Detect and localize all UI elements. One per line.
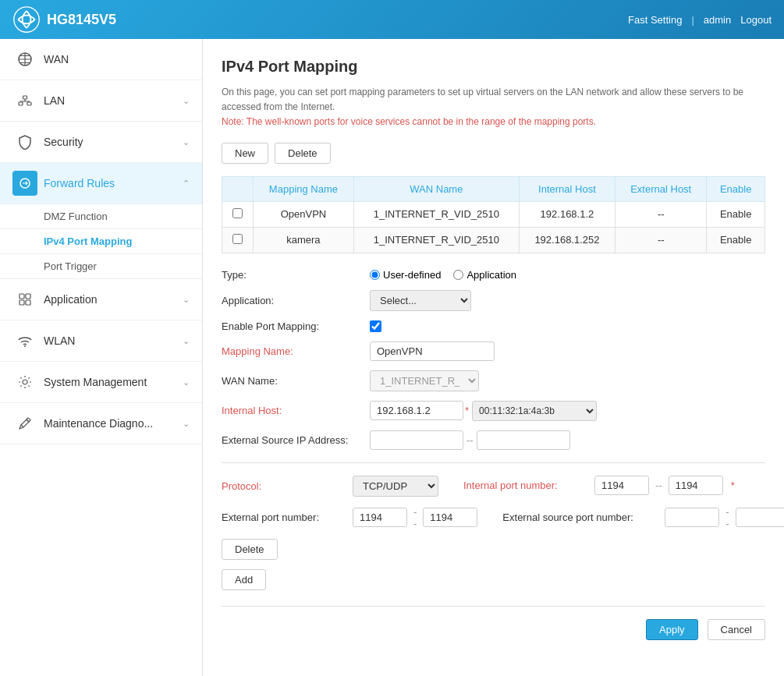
internal-port-col: Internal port number: -- * xyxy=(463,476,735,495)
svg-rect-2 xyxy=(19,102,23,105)
external-source-ip-label: External Source IP Address: xyxy=(222,434,370,446)
external-port-and-source-port-row: External port number: -- External source… xyxy=(222,506,765,529)
enable-port-mapping-checkbox[interactable] xyxy=(370,320,381,332)
external-port-col: External port number: -- xyxy=(222,506,477,529)
sidebar-item-port-trigger[interactable]: Port Trigger xyxy=(0,254,202,279)
external-source-ip-to-input[interactable] xyxy=(477,430,570,450)
svg-rect-6 xyxy=(20,294,24,299)
forward-rules-arrow-icon: ⌃ xyxy=(183,179,190,189)
internal-port-from-input[interactable] xyxy=(594,476,649,495)
cell-wan-name: 1_INTERNET_R_VID_2510 xyxy=(353,227,519,253)
protocol-col: Protocol: TCP/UDP TCP UDP xyxy=(222,476,438,497)
external-port-label: External port number: xyxy=(222,511,346,523)
sidebar: WAN LAN ⌄ Security ⌄ Forward Rules ⌃ xyxy=(0,39,203,676)
sidebar-item-forward-rules[interactable]: Forward Rules ⌃ xyxy=(0,163,202,204)
sidebar-forward-rules-label: Forward Rules xyxy=(44,177,183,189)
col-mapping-name: Mapping Name xyxy=(254,176,354,201)
enable-port-mapping-row: Enable Port Mapping: xyxy=(222,320,765,332)
delete-port-button[interactable]: Delete xyxy=(222,539,278,560)
sidebar-system-management-label: System Management xyxy=(44,376,183,388)
security-icon xyxy=(12,129,37,154)
row-checkbox[interactable] xyxy=(232,234,243,244)
fast-setting-link[interactable]: Fast Setting xyxy=(628,14,682,26)
type-radio-group: User-defined Application xyxy=(370,269,516,281)
external-port-from-input[interactable] xyxy=(353,508,407,527)
delete-table-button[interactable]: Delete xyxy=(275,143,331,164)
application-select[interactable]: Select... xyxy=(370,290,471,311)
internal-host-row: Internal Host: * 00:11:32:1a:4a:3b xyxy=(222,401,765,421)
internal-host-input[interactable] xyxy=(370,401,463,420)
cell-mapping-name: OpenVPN xyxy=(254,201,354,227)
logout-button[interactable]: Logout xyxy=(740,14,772,26)
type-user-defined-radio[interactable] xyxy=(370,270,380,280)
sidebar-item-dmz-function[interactable]: DMZ Function xyxy=(0,204,202,229)
new-button[interactable]: New xyxy=(222,143,268,164)
wan-name-select[interactable]: 1_INTERNET_R_VI xyxy=(370,370,479,391)
internal-port-to-input[interactable] xyxy=(669,476,723,495)
external-source-port-to-input[interactable] xyxy=(736,508,784,527)
sidebar-wan-label: WAN xyxy=(44,53,190,65)
cell-external-host: -- xyxy=(615,227,707,253)
sidebar-item-wan[interactable]: WAN xyxy=(0,39,202,80)
table-row: OpenVPN 1_INTERNET_R_VID_2510 192.168.1.… xyxy=(222,201,765,227)
cancel-button[interactable]: Cancel xyxy=(708,619,765,640)
external-source-ip-dash: -- xyxy=(466,434,474,446)
header-divider: | xyxy=(691,14,694,26)
maintenance-arrow-icon: ⌄ xyxy=(183,419,190,429)
system-management-icon xyxy=(12,370,37,395)
type-application-option[interactable]: Application xyxy=(453,269,516,281)
type-user-defined-option[interactable]: User-defined xyxy=(370,269,441,281)
row-checkbox[interactable] xyxy=(232,208,243,218)
sidebar-item-system-management[interactable]: System Management ⌄ xyxy=(0,362,202,403)
port-trigger-label: Port Trigger xyxy=(44,260,97,272)
mapping-name-label: Mapping Name: xyxy=(222,345,370,357)
sidebar-item-ipv4-port-mapping[interactable]: IPv4 Port Mapping xyxy=(0,229,202,254)
admin-link[interactable]: admin xyxy=(704,14,731,26)
internal-host-required: * xyxy=(465,405,469,416)
sidebar-item-application[interactable]: Application ⌄ xyxy=(0,279,202,320)
dmz-function-label: DMZ Function xyxy=(44,211,108,222)
col-internal-host: Internal Host xyxy=(519,176,615,201)
header-logo: HG8145V5 xyxy=(12,5,628,34)
type-row: Type: User-defined Application xyxy=(222,269,765,281)
external-source-port-label: External source port number: xyxy=(502,511,658,523)
external-source-port-dash: -- xyxy=(725,506,729,529)
protocol-select[interactable]: TCP/UDP TCP UDP xyxy=(353,476,438,497)
cell-internal-host: 192.168.1.2 xyxy=(519,201,615,227)
sidebar-item-security[interactable]: Security ⌄ xyxy=(0,122,202,163)
enable-port-mapping-label: Enable Port Mapping: xyxy=(222,320,370,332)
port-section: Protocol: TCP/UDP TCP UDP Internal port … xyxy=(222,462,765,590)
sidebar-item-lan[interactable]: LAN ⌄ xyxy=(0,80,202,122)
add-row: Add xyxy=(222,569,765,590)
wlan-arrow-icon: ⌄ xyxy=(183,336,190,346)
col-checkbox xyxy=(222,176,254,201)
mapping-name-input[interactable] xyxy=(370,342,495,361)
apply-button[interactable]: Apply xyxy=(646,619,698,640)
external-source-ip-from-input[interactable] xyxy=(370,430,463,450)
wan-name-row: WAN Name: 1_INTERNET_R_VI xyxy=(222,370,765,391)
external-source-port-from-input[interactable] xyxy=(665,508,719,527)
type-application-radio[interactable] xyxy=(453,270,463,280)
page-title: IPv4 Port Mapping xyxy=(222,58,765,76)
main-content: IPv4 Port Mapping On this page, you can … xyxy=(203,39,784,676)
application-row: Application: Select... xyxy=(222,290,765,311)
external-source-port-col: External source port number: -- xyxy=(502,506,784,529)
sidebar-item-wlan[interactable]: WLAN ⌄ xyxy=(0,320,202,362)
sidebar-wlan-label: WLAN xyxy=(44,334,183,347)
internal-host-mac-select[interactable]: 00:11:32:1a:4a:3b xyxy=(472,401,597,421)
mapping-table: Mapping Name WAN Name Internal Host Exte… xyxy=(222,176,765,253)
application-arrow-icon: ⌄ xyxy=(183,295,190,305)
sidebar-item-maintenance[interactable]: Maintenance Diagno... ⌄ xyxy=(0,403,202,444)
external-port-to-input[interactable] xyxy=(423,508,477,527)
sidebar-security-label: Security xyxy=(44,136,183,148)
cell-external-host: -- xyxy=(615,201,707,227)
add-port-button[interactable]: Add xyxy=(222,569,266,590)
sidebar-application-label: Application xyxy=(44,293,183,306)
form-section: Type: User-defined Application Applicati… xyxy=(222,269,765,450)
svg-rect-9 xyxy=(26,300,30,305)
svg-rect-4 xyxy=(27,102,31,105)
cell-enable: Enable xyxy=(707,201,765,227)
svg-rect-3 xyxy=(23,96,27,99)
page-desc-text: On this page, you can set port mapping p… xyxy=(222,87,743,112)
table-row: kamera 1_INTERNET_R_VID_2510 192.168.1.2… xyxy=(222,227,765,253)
